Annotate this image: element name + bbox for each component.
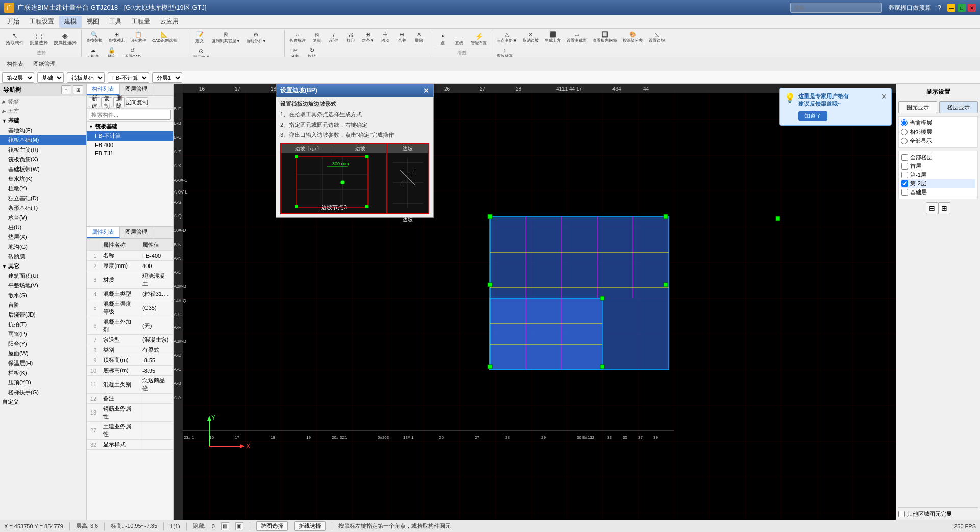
nav-item-railing[interactable]: 栏板(K) <box>0 368 86 378</box>
to-cad-button[interactable]: ↺还原CAD <box>121 45 143 57</box>
component-search-input[interactable] <box>89 110 171 120</box>
nav-item-insulation[interactable]: 保温层(H) <box>0 358 86 368</box>
close-button[interactable]: ✕ <box>968 4 976 12</box>
notification-ok-button[interactable]: 知道了 <box>798 111 827 121</box>
checkbox-all-floors[interactable]: 全部楼层 <box>901 153 975 162</box>
move-button[interactable]: ✛移动 <box>377 30 394 45</box>
tab-component-list[interactable]: 构件列表 <box>87 84 120 95</box>
length-mark-button[interactable]: ↔长度标注 <box>287 30 308 45</box>
view-inner-rebar-button[interactable]: 🔲查看板内钢筋 <box>590 30 620 45</box>
circle-edit-button[interactable]: ⊙圆元内碰 <box>190 46 212 57</box>
cancel-slope-button[interactable]: ✕取消边坡 <box>520 30 542 45</box>
prop-name-value[interactable]: FB-400 <box>139 251 173 261</box>
split-button[interactable]: ✂分割 <box>287 45 303 57</box>
nav-item-column-pier[interactable]: 柱墩(Y) <box>0 184 86 194</box>
bp-popup-close[interactable]: ✕ <box>423 87 429 95</box>
checkbox-floor1[interactable]: 首层 <box>901 162 975 171</box>
nav-item-foundation-ditch[interactable]: 基地沟(F) <box>0 126 86 135</box>
menu-cloud[interactable]: 云应用 <box>155 16 184 28</box>
nav-item-building-area[interactable]: 建筑面积(U) <box>0 271 86 281</box>
funcbar-drawing-manage[interactable]: 图纸管理 <box>29 59 60 69</box>
nav-item-brick-formwork[interactable]: 砖胎膜 <box>0 252 86 261</box>
nav-item-isolated-foundation[interactable]: 独立基础(D) <box>0 194 86 203</box>
3pt-transform-button[interactable]: △三点变斜▼ <box>494 30 520 45</box>
lock-button[interactable]: 🔒锁定 <box>103 45 121 57</box>
copy-button[interactable]: ⎘复制 <box>309 30 325 45</box>
point-draw-button[interactable]: •点 <box>434 31 451 47</box>
menu-quantities[interactable]: 工程量 <box>127 16 155 28</box>
nav-item-roof-cap[interactable]: 压顶(YD) <box>0 378 86 388</box>
rotate-button[interactable]: ↻旋转 <box>304 45 320 57</box>
component-item-fb-400[interactable]: FB-400 <box>87 141 173 149</box>
cloud-check-button[interactable]: ☁云检查 <box>84 45 102 57</box>
nav-item-raft-foundation[interactable]: 筏板基础(M) <box>0 135 86 145</box>
nav-tree-view-button[interactable]: ⊞ <box>73 85 83 94</box>
funcbar-component-table[interactable]: 构件表 <box>2 59 28 69</box>
minimize-button[interactable]: — <box>947 4 955 12</box>
modify-high-button[interactable]: ↕查改标高 <box>494 45 516 57</box>
nav-item-raft-rebar[interactable]: 筏板主筋(R) <box>0 145 86 155</box>
nav-item-canopy[interactable]: 雨篷(P) <box>0 329 86 339</box>
cross-select-button[interactable]: 跨图选择 <box>256 521 288 531</box>
copy-to-floor-button[interactable]: ⎘复制到其它层▼ <box>209 30 243 45</box>
maximize-button[interactable]: □ <box>958 4 966 12</box>
identify-match-button[interactable]: 🔍查找替换 <box>84 30 105 45</box>
floor-level-select[interactable]: 第-2层 第-1层 首层 基础层 <box>2 72 34 83</box>
nav-item-post-cast-strip[interactable]: 后浇带(JD) <box>0 310 86 320</box>
nav-item-base-belt[interactable]: 基础板带(W) <box>0 164 86 174</box>
set-edge-button[interactable]: ◺设置边坡 <box>646 30 668 45</box>
notification-close-icon[interactable]: ✕ <box>881 92 887 101</box>
copy-component-button[interactable]: 复制 <box>101 97 112 107</box>
tab-layer-manage[interactable]: 图层管理 <box>120 84 153 95</box>
nav-item-steps[interactable]: 台阶 <box>0 300 86 310</box>
paint-split-button[interactable]: 🎨按涂染分割 <box>620 30 646 45</box>
snap-toggle-button2[interactable]: ▣ <box>235 522 243 530</box>
identify-rebar-button[interactable]: 📋识别构件 <box>128 30 149 45</box>
checkbox-base-floor[interactable]: 基础层 <box>901 188 975 197</box>
auto-format-button[interactable]: ⚙自动分乔▼ <box>243 30 269 45</box>
batch-select-button[interactable]: ⬚ 批量选择 <box>27 30 51 48</box>
menu-start[interactable]: 开始 <box>2 16 24 28</box>
menu-modeling[interactable]: 建模 <box>59 16 82 28</box>
expand-panel-button[interactable]: ⊞ <box>938 202 950 214</box>
print-button[interactable]: 🖨打印 <box>342 30 359 45</box>
make-earthwork-button[interactable]: ⬛生成土方 <box>542 30 564 45</box>
radio-adjacent-floor[interactable]: 相邻楼层 <box>901 128 975 136</box>
title-search-input[interactable] <box>790 3 882 13</box>
nav-item-raft-neg-rebar[interactable]: 筏板负筋(X) <box>0 155 86 164</box>
nav-item-sump[interactable]: 集水坑(K) <box>0 174 86 184</box>
component-item-fb-tj1[interactable]: FB-TJ1 <box>87 149 173 157</box>
merge-button[interactable]: ⊕合并 <box>394 30 410 45</box>
radio-current-floor[interactable]: 当前模层 <box>901 119 975 127</box>
menu-project-settings[interactable]: 工程设置 <box>24 16 59 28</box>
checkbox-other-region[interactable]: 其他区域图元完显 <box>898 510 978 518</box>
line-draw-button[interactable]: —直线 <box>451 31 468 47</box>
checkbox-floor-neg1[interactable]: 第-1层 <box>901 171 975 179</box>
nav-item-strip-foundation[interactable]: 条形基础(T) <box>0 203 86 213</box>
radio-all-floors[interactable]: 全部显示 <box>901 137 975 145</box>
nav-item-ground-ditch[interactable]: 地沟(G) <box>0 242 86 252</box>
nav-item-stair-handrail[interactable]: 楼梯扶手(G) <box>0 388 86 397</box>
nav-item-pile[interactable]: 桩(U) <box>0 223 86 232</box>
nav-item-cushion[interactable]: 垫层(X) <box>0 232 86 242</box>
compare-button[interactable]: ⊞查找对比 <box>106 30 127 45</box>
subtype-select[interactable]: 筏板基础 <box>67 72 105 83</box>
floor-display-button[interactable]: 楼层显示 <box>939 101 978 113</box>
delete-component-button[interactable]: 删除 <box>113 97 125 107</box>
cad-identify-button[interactable]: 📐CAD识别选择 <box>150 30 180 45</box>
nav-item-cap[interactable]: 承台(V) <box>0 213 86 223</box>
nav-group-others-header[interactable]: ▼ 其它 <box>0 261 86 271</box>
snap-toggle-button[interactable]: ▧ <box>221 522 229 530</box>
floor-copy-button[interactable]: 层间复制 <box>126 97 148 107</box>
nav-item-earthwork[interactable]: ▶ 土方 <box>0 106 86 116</box>
nav-item-scatter-water[interactable]: 散水(S) <box>0 291 86 300</box>
tab-layer-manage2[interactable]: 图层管理 <box>120 227 153 238</box>
define-button[interactable]: 📝定义 <box>190 30 209 45</box>
delete-button[interactable]: ✕删除 <box>411 30 427 45</box>
nav-list-view-button[interactable]: ≡ <box>61 85 71 94</box>
component-tree-root[interactable]: ▼ 筏板基础 <box>87 122 173 131</box>
nav-item-custom[interactable]: 自定义 <box>0 397 86 407</box>
sublayer-select[interactable]: 分层1 <box>152 72 182 83</box>
smart-layout-button[interactable]: ⚡智能布置 <box>468 31 489 47</box>
element-display-button[interactable]: 圆元显示 <box>898 101 937 113</box>
